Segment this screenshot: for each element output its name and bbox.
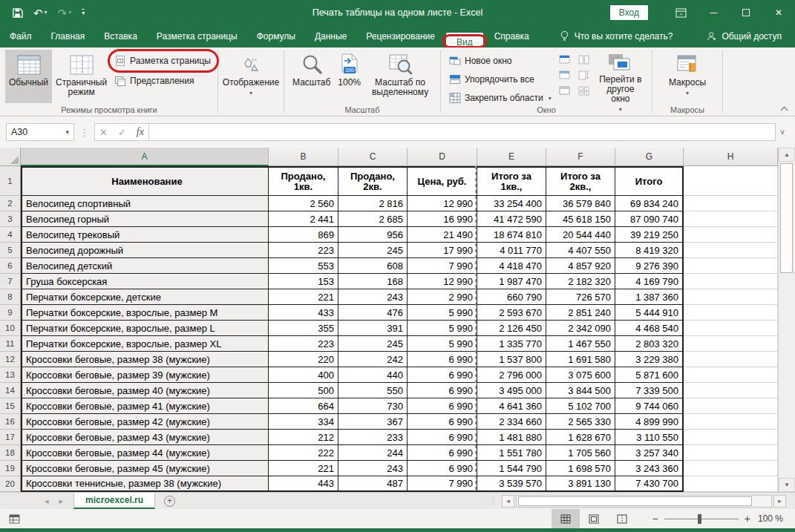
empty-cell-column-h[interactable] [684,367,778,383]
arrange-all-button[interactable]: Упорядочить все [445,72,555,87]
vertical-scrollbar[interactable]: ▲ ▼ [778,148,795,492]
cell[interactable]: 245 [338,336,408,352]
cell[interactable]: 69 834 240 [615,196,684,211]
zoom-to-selection-button[interactable]: Масштаб по выделенному [364,50,436,103]
row-header[interactable]: 17 [0,430,21,445]
tell-me-box[interactable]: Что вы хотите сделать? [560,30,673,47]
cell[interactable]: Перчатки боксерские, взрослые, размер L [21,321,269,336]
cell[interactable]: 2 342 090 [546,321,615,336]
row-header[interactable]: 18 [0,445,21,461]
cell[interactable]: 3 891 130 [546,476,615,492]
vertical-scroll-thumb[interactable] [780,163,793,273]
column-header-e[interactable]: E [477,148,546,166]
cell[interactable]: 608 [338,258,408,274]
row-header[interactable]: 10 [0,321,21,336]
cell[interactable]: 5 990 [408,336,477,352]
cell[interactable]: 45 618 150 [546,211,615,227]
cell[interactable]: 476 [338,305,408,321]
tab-page-layout[interactable]: Разметка страницы [147,27,247,47]
formula-input[interactable] [148,123,776,141]
cell[interactable]: 1 691 580 [546,352,615,367]
cell[interactable]: 3 844 500 [546,383,615,398]
new-window-button[interactable]: Новое окно [445,53,555,68]
cell[interactable]: 87 090 740 [615,211,684,227]
cell[interactable]: 334 [269,414,338,430]
cell[interactable]: 36 579 840 [546,196,615,211]
scroll-right-arrow[interactable]: ▸ [773,495,786,508]
cell[interactable]: 4 899 990 [615,414,684,430]
cell[interactable]: 212 [269,430,338,445]
cell[interactable]: 243 [338,289,408,305]
empty-cell-column-h[interactable] [684,305,778,321]
cell[interactable]: Груша боксерская [21,274,269,289]
header-cell[interactable]: Продано, 2кв. [338,166,408,196]
cell[interactable]: 12 990 [408,274,477,289]
cell[interactable]: 5 990 [408,321,477,336]
row-header[interactable]: 1 [0,166,21,196]
cell[interactable]: 2 851 240 [546,305,615,321]
cell[interactable]: 9 276 390 [615,258,684,274]
split-button[interactable] [557,53,572,65]
insert-function-button[interactable]: fx [137,126,144,138]
empty-cell-column-h[interactable] [684,383,778,398]
cell[interactable]: 4 857 920 [546,258,615,274]
cell[interactable]: 2 593 670 [477,305,546,321]
empty-cell-column-h[interactable] [684,166,778,196]
close-button[interactable]: ✕ [762,0,795,25]
cell[interactable]: 6 990 [408,367,477,383]
empty-cell-column-h[interactable] [684,274,778,289]
zoom-slider-track[interactable] [664,519,739,519]
normal-view-button[interactable]: Обычный [5,50,52,103]
column-header-a[interactable]: A [21,148,269,166]
row-header[interactable]: 16 [0,414,21,430]
page-layout-status-button[interactable] [580,509,608,528]
cell[interactable]: 3 075 600 [546,367,615,383]
header-cell[interactable]: Цена, руб. [408,166,477,196]
reset-window-position-button[interactable] [577,85,592,96]
row-header[interactable]: 13 [0,367,21,383]
empty-cell-column-h[interactable] [684,211,778,227]
row-header[interactable]: 6 [0,258,21,274]
customize-qat-button[interactable]: ▾ [82,9,85,16]
column-header-g[interactable]: G [615,148,684,166]
cell[interactable]: 221 [269,289,338,305]
row-header[interactable]: 15 [0,398,21,414]
sheet-tab-active[interactable]: microexcel.ru [73,493,155,509]
cell[interactable]: 2 803 320 [615,336,684,352]
column-header-c[interactable]: C [338,148,408,166]
cell[interactable]: 6 990 [408,445,477,461]
horizontal-scrollbar[interactable]: ⋮ ◂ ▸ [489,493,795,509]
cell[interactable]: 400 [269,367,338,383]
cell[interactable]: 5 444 910 [615,305,684,321]
cell[interactable]: 1 628 670 [546,430,615,445]
cell[interactable]: 726 570 [546,289,615,305]
cell[interactable]: Кроссовки беговые, размер 41 (мужские) [21,398,269,414]
minimize-button[interactable] [697,0,730,25]
prev-sheet-arrow[interactable]: ◂ [45,496,49,506]
cell[interactable]: 3 495 000 [477,383,546,398]
cell[interactable]: Кроссовки беговые, размер 42 (мужские) [21,414,269,430]
cell[interactable]: 355 [269,321,338,336]
cell[interactable]: 18 674 810 [477,227,546,243]
cell[interactable]: 660 790 [477,289,546,305]
cell[interactable]: 6 990 [408,352,477,367]
splitter-handle[interactable]: ⋮ [489,496,500,506]
cell[interactable]: 500 [269,383,338,398]
maximize-button[interactable] [730,0,762,25]
switch-windows-button[interactable]: Перейти в другое окно [594,50,647,103]
zoom-slider-thumb[interactable] [698,514,701,524]
synchronous-scrolling-button[interactable] [577,69,592,81]
cell[interactable]: 244 [338,445,408,461]
zoom-level-label[interactable]: 100 % [758,513,795,524]
row-header[interactable]: 3 [0,211,21,227]
cell[interactable]: Перчатки боксерские, детские [21,289,269,305]
cell[interactable]: 7 990 [408,258,477,274]
tab-review[interactable]: Рецензирование [356,27,445,47]
cell[interactable]: 7 430 700 [615,476,684,492]
header-cell[interactable]: Итого за 1кв., [477,166,546,196]
cell[interactable]: 8 419 320 [615,243,684,258]
cell[interactable]: 1 544 790 [477,461,546,476]
cell[interactable]: Кроссовки беговые, размер 44 (мужские) [21,445,269,461]
row-header[interactable]: 7 [0,274,21,289]
empty-cell-column-h[interactable] [684,227,778,243]
